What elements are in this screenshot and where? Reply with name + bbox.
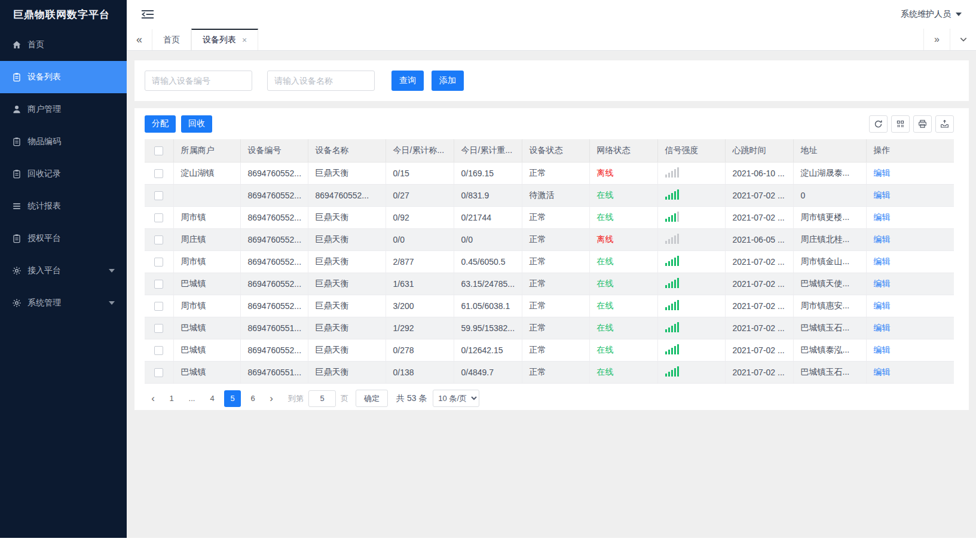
edit-link[interactable]: 编辑 <box>874 212 891 222</box>
signal-bar <box>665 351 667 354</box>
signal-bar <box>674 302 676 310</box>
heartbeat-cell: 2021-06-05 ... <box>725 228 793 250</box>
signal-bars-icon <box>665 255 679 266</box>
refresh-button[interactable] <box>869 115 888 133</box>
export-button[interactable] <box>935 115 954 133</box>
edit-link[interactable]: 编辑 <box>874 190 891 200</box>
action-cell: 编辑 <box>866 295 954 317</box>
row-checkbox[interactable] <box>154 302 163 311</box>
sidebar-item-设备列表[interactable]: 设备列表 <box>0 61 127 93</box>
tabs-scroll-right-icon[interactable]: » <box>923 29 950 50</box>
row-checkbox[interactable] <box>154 213 163 222</box>
signal-bar <box>677 344 679 354</box>
device-name-input[interactable] <box>267 71 375 91</box>
signal-bar <box>671 237 673 244</box>
sidebar-item-label: 接入平台 <box>27 265 61 276</box>
edit-link[interactable]: 编辑 <box>874 234 891 244</box>
select-all-checkbox[interactable] <box>154 146 163 155</box>
network-status-badge: 离线 <box>597 168 614 178</box>
tabs-scroll-left-icon[interactable]: « <box>127 29 152 50</box>
table-row: 巴城镇8694760551...巨鼎天衡1/29259.95/15382...正… <box>145 317 954 339</box>
edit-link[interactable]: 编辑 <box>874 345 891 354</box>
row-checkbox[interactable] <box>154 346 163 355</box>
edit-link[interactable]: 编辑 <box>874 301 891 310</box>
tab-device-list[interactable]: 设备列表 × <box>191 29 258 50</box>
merchant-cell: 淀山湖镇 <box>173 162 240 184</box>
close-icon[interactable]: × <box>242 35 247 45</box>
signal-bar <box>668 217 670 222</box>
today-weight-cell: 0.45/6050.5 <box>454 250 522 273</box>
sidebar-item-label: 首页 <box>27 39 44 50</box>
heartbeat-cell: 2021-07-02 ... <box>725 273 793 295</box>
signal-bar <box>668 239 670 244</box>
recycle-record-icon <box>12 169 22 179</box>
address-cell: 巴城镇玉石... <box>793 317 866 339</box>
signal-bar <box>671 348 673 354</box>
assign-button[interactable]: 分配 <box>145 115 176 133</box>
edit-link[interactable]: 编辑 <box>874 279 891 288</box>
prev-page-icon[interactable]: ‹ <box>145 390 161 407</box>
row-checkbox[interactable] <box>154 235 163 244</box>
export-icon <box>940 120 949 128</box>
recycle-button[interactable]: 回收 <box>181 115 212 133</box>
columns-button[interactable] <box>891 115 910 133</box>
page-button-1[interactable]: 1 <box>163 390 180 407</box>
signal-bar <box>671 215 673 222</box>
row-checkbox[interactable] <box>154 258 163 267</box>
sidebar-item-物品编码[interactable]: 物品编码 <box>0 126 127 158</box>
column-header: 心跳时间 <box>725 139 793 162</box>
page-button-5[interactable]: 5 <box>224 390 241 407</box>
device-name-cell: 巨鼎天衡 <box>308 361 385 383</box>
merchant-cell: 巴城镇 <box>173 317 240 339</box>
row-checkbox[interactable] <box>154 324 163 333</box>
edit-link[interactable]: 编辑 <box>874 168 891 178</box>
sidebar-item-系统管理[interactable]: 系统管理 <box>0 287 127 319</box>
sidebar-item-首页[interactable]: 首页 <box>0 29 127 61</box>
user-menu[interactable]: 系统维护人员 <box>901 9 962 20</box>
row-checkbox[interactable] <box>154 280 163 289</box>
sidebar-item-回收记录[interactable]: 回收记录 <box>0 158 127 190</box>
column-header: 设备名称 <box>308 139 385 162</box>
page-button-6[interactable]: 6 <box>244 390 261 407</box>
edit-link[interactable]: 编辑 <box>874 323 891 332</box>
add-button[interactable]: 添加 <box>432 71 464 91</box>
today-count-cell: 0/92 <box>385 206 454 228</box>
sidebar-item-label: 设备列表 <box>27 72 61 82</box>
row-checkbox[interactable] <box>154 191 163 200</box>
column-header: 设备编号 <box>240 139 308 162</box>
edit-link[interactable]: 编辑 <box>874 367 891 377</box>
address-cell: 0 <box>793 184 866 206</box>
print-button[interactable] <box>913 115 932 133</box>
tabs-menu-chevron-icon[interactable] <box>950 29 976 50</box>
sidebar-item-授权平台[interactable]: 授权平台 <box>0 222 127 255</box>
page-ellipsis[interactable]: ... <box>183 390 200 407</box>
sidebar-item-商户管理[interactable]: 商户管理 <box>0 93 127 126</box>
row-checkbox[interactable] <box>154 169 163 178</box>
goto-page-input[interactable] <box>308 390 336 407</box>
goto-confirm-button[interactable]: 确定 <box>356 390 388 407</box>
row-checkbox[interactable] <box>154 368 163 377</box>
device-id-cell: 8694760552... <box>240 295 308 317</box>
signal-bar <box>677 300 679 310</box>
merchant-cell: 巴城镇 <box>173 273 240 295</box>
edit-link[interactable]: 编辑 <box>874 256 891 266</box>
device-status-cell: 正常 <box>522 361 589 383</box>
network-status-badge: 在线 <box>597 212 614 222</box>
device-id-cell: 8694760552... <box>240 184 308 206</box>
sidebar-item-接入平台[interactable]: 接入平台 <box>0 255 127 287</box>
query-button[interactable]: 查询 <box>391 71 424 91</box>
today-count-cell: 0/15 <box>385 162 454 184</box>
signal-bar <box>665 175 667 178</box>
merchant-cell: 周市镇 <box>173 295 240 317</box>
sidebar-item-统计报表[interactable]: 统计报表 <box>0 190 127 222</box>
sidebar-collapse-icon[interactable] <box>141 9 154 20</box>
device-id-input[interactable] <box>145 71 252 91</box>
tab-home[interactable]: 首页 <box>152 29 191 50</box>
sidebar-item-label: 回收记录 <box>27 169 61 179</box>
page-size-select[interactable]: 10 条/页 <box>433 390 479 407</box>
today-weight-cell: 0/21744 <box>454 206 522 228</box>
next-page-icon[interactable]: › <box>263 390 280 407</box>
merchant-cell <box>173 184 240 206</box>
device-id-cell: 8694760551... <box>240 317 308 339</box>
page-button-4[interactable]: 4 <box>204 390 221 407</box>
